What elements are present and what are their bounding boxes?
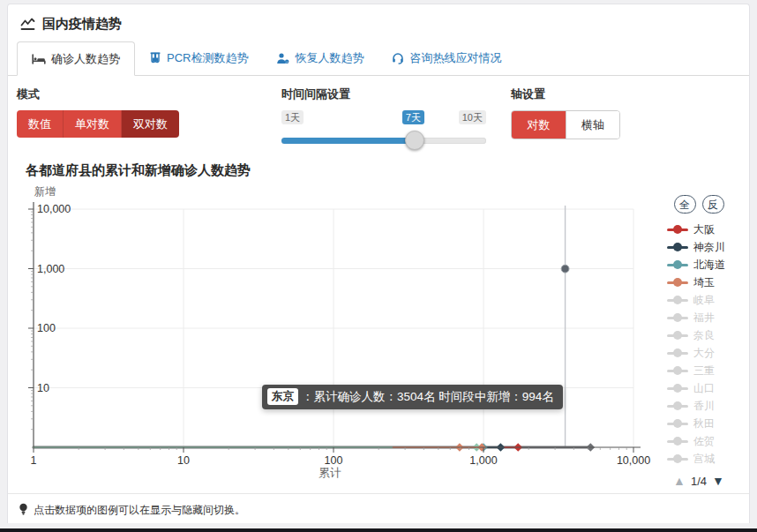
legend-item[interactable]: 佐贺 [653,432,745,450]
footer-tip: 点击数据项的图例可以在显示与隐藏间切换。 [8,493,749,527]
page-header: 国内疫情趋势 [8,4,749,41]
mode-group: 模式 数值单对数双对数 [17,86,179,138]
legend-invert-button[interactable]: 反 [702,195,724,214]
legend-marker [667,370,688,372]
legend-item[interactable]: 山口 [653,379,745,397]
x-axis-name: 累计 [319,465,341,481]
tooltip-series-badge: 东京 [267,388,298,405]
legend-item-label: 大阪 [693,222,715,237]
legend-item[interactable]: 埼玉 [653,273,745,291]
legend-marker [667,440,688,443]
tooltip-text: ：累计确诊人数：3504名 时间段中新增：994名 [302,389,554,405]
chart-title: 各都道府县的累计和新增确诊人数趋势 [26,162,749,179]
legend-select-all-button[interactable]: 全 [674,195,696,214]
x-tick-label: 1 [31,454,37,467]
legend-item[interactable]: 秋田 [653,415,745,432]
interval-slider[interactable] [281,131,486,150]
legend-item[interactable]: 奈良 [653,326,745,344]
interval-min-badge: 1天 [281,110,304,124]
x-tick-label: 10,000 [617,454,650,467]
legend-page-next-icon[interactable]: ▼ [712,474,724,488]
legend-marker [667,246,688,249]
legend-marker [667,352,688,355]
mode-label: 模式 [17,86,179,102]
legend-marker [667,405,688,408]
tab-bar: 确诊人数趋势PCR检测数趋势+恢复人数趋势咨询热线应对情况 [8,41,749,76]
dashboard-card: 国内疫情趋势 确诊人数趋势PCR检测数趋势+恢复人数趋势咨询热线应对情况 模式 … [7,4,750,523]
tab-label: PCR检测数趋势 [167,50,248,66]
tab-3[interactable]: +恢复人数趋势 [262,41,378,75]
trend-chart-icon [20,18,35,31]
y-tick-label: 100 [37,322,56,334]
controls-row: 模式 数值单对数双对数 时间间隔设置 1天 7天 10天 轴设置 对数横轴 [8,86,749,157]
legend-marker [667,229,688,231]
tab-2[interactable]: PCR检测数趋势 [135,41,262,75]
legend-item-label: 岐阜 [693,293,715,308]
tab-label: 恢复人数趋势 [295,50,364,66]
legend-page-prev-icon[interactable]: ▲ [673,474,686,488]
legend-item-label: 秋田 [693,416,715,431]
legend-item-label: 香川 [693,399,715,414]
legend-item-label: 宫城 [693,452,715,467]
legend-item-label: 佐贺 [693,434,715,449]
page-title: 国内疫情趋势 [42,16,122,33]
chart-tooltip: 东京 ：累计确诊人数：3504名 时间段中新增：994名 [262,385,563,409]
y-tick-label: 10,000 [37,203,71,215]
person-icon: + [276,52,289,64]
mode-option-button[interactable]: 双对数 [122,110,179,138]
svg-text:+: + [287,60,289,64]
legend-item[interactable]: 三重 [653,362,745,379]
test-tubes-icon [149,52,161,64]
footer-tip-text: 点击数据项的图例可以在显示与隐藏间切换。 [34,503,245,518]
window-bottom-edge [0,528,757,532]
legend-marker [667,458,688,461]
legend-item[interactable]: 岐阜 [653,291,745,309]
legend-marker [667,423,688,425]
legend-item[interactable]: 宫城 [653,450,745,468]
emphasis-point-marker[interactable] [561,265,569,273]
tab-1[interactable]: 确诊人数趋势 [17,41,135,76]
legend-item-label: 神奈川 [693,240,725,255]
legend-marker [667,334,688,337]
tab-4[interactable]: 咨询热线应对情况 [378,41,515,75]
x-tick-label: 1,000 [469,454,497,467]
legend-item[interactable]: 福井 [653,309,745,326]
chart-area: 新增 1101001,00010,000101001,00010,000 累计 … [8,183,749,484]
headset-icon [392,52,404,64]
legend-marker [667,281,688,284]
legend-item[interactable]: 大分 [653,344,745,362]
slider-fill [281,138,415,144]
slider-handle[interactable] [405,131,424,150]
legend-item-label: 奈良 [693,328,715,343]
interval-label: 时间间隔设置 [281,86,486,102]
legend-pager: ▲ 1/4 ▼ [653,474,745,488]
legend-item-label: 大分 [693,346,715,361]
axis-settings-label: 轴设置 [511,86,620,102]
bed-icon [32,53,46,65]
legend-marker [667,317,688,319]
chart-legend: 全 反 大阪神奈川北海道埼玉岐阜福井奈良大分三重山口香川秋田佐贺宫城 ▲ 1/4… [653,195,745,488]
legend-item[interactable]: 大阪 [653,221,745,238]
loglog-plot: 1101001,00010,000101001,00010,000 [8,183,661,484]
x-tick-label: 10 [177,454,190,467]
legend-marker [667,387,688,390]
legend-item[interactable]: 神奈川 [653,238,745,256]
axis-option-button[interactable]: 对数 [512,111,566,139]
legend-marker [667,299,688,302]
legend-item-label: 福井 [693,311,715,326]
slider-badges: 1天 7天 10天 [281,110,486,128]
mode-option-button[interactable]: 单对数 [64,110,122,138]
mode-option-button[interactable]: 数值 [17,110,64,138]
legend-item-label: 北海道 [693,258,725,273]
legend-page-indicator: 1/4 [691,475,707,488]
legend-item[interactable]: 北海道 [653,256,745,273]
legend-item-label: 埼玉 [693,275,715,290]
legend-item[interactable]: 香川 [653,397,745,415]
lightbulb-icon [19,503,28,518]
axis-settings-group: 轴设置 对数横轴 [511,86,620,139]
y-tick-label: 10 [37,382,49,394]
tab-label: 咨询热线应对情况 [409,50,501,66]
tab-label: 确诊人数趋势 [51,51,120,67]
legend-marker [667,264,688,266]
axis-option-button[interactable]: 横轴 [566,111,619,139]
